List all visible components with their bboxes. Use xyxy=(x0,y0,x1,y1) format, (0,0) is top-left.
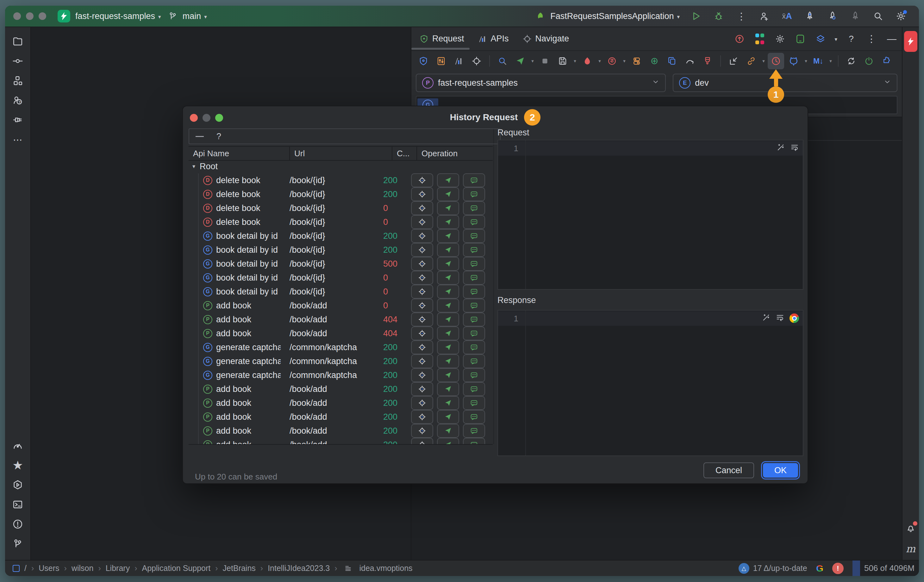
add-user-icon[interactable] xyxy=(757,10,771,23)
git-branch-icon[interactable] xyxy=(10,536,25,551)
table-row[interactable]: P add book /book/add 200 xyxy=(188,424,493,438)
response-editor[interactable]: 1 xyxy=(497,310,804,456)
bar-chart-icon[interactable] xyxy=(450,53,467,69)
memory-indicator[interactable]: 506 of 4096M xyxy=(853,561,919,576)
send-button[interactable] xyxy=(437,340,459,354)
more-tools-icon[interactable]: ⋯ xyxy=(10,132,25,147)
notifications-bell-icon[interactable] xyxy=(905,523,916,534)
send-button[interactable] xyxy=(437,368,459,382)
locate-button[interactable] xyxy=(411,326,433,340)
commit-icon[interactable] xyxy=(10,54,25,68)
table-row[interactable]: P add book /book/add 404 xyxy=(188,326,493,340)
send-button[interactable] xyxy=(437,396,459,410)
locate-icon[interactable] xyxy=(646,53,663,69)
column-code[interactable]: C... xyxy=(393,147,417,160)
maximize-window-button[interactable] xyxy=(39,12,46,20)
message-button[interactable] xyxy=(463,271,485,285)
message-button[interactable] xyxy=(463,313,485,326)
filter-box[interactable]: ? xyxy=(188,129,501,144)
locate-button[interactable] xyxy=(411,410,433,424)
tree-root-row[interactable]: ▾ Root xyxy=(188,160,493,173)
rocket-run-icon[interactable] xyxy=(803,10,817,23)
curve-icon[interactable] xyxy=(681,53,698,69)
table-row[interactable]: P add book /book/add 200 xyxy=(188,396,493,410)
send-button[interactable] xyxy=(437,354,459,368)
table-row[interactable]: D delete book /book/{id} 0 xyxy=(188,201,493,215)
message-button[interactable] xyxy=(463,410,485,424)
send-button[interactable] xyxy=(437,257,459,271)
services-icon[interactable] xyxy=(10,478,25,492)
table-row[interactable]: P add book /book/add 200 xyxy=(188,438,493,445)
table-row[interactable]: P add book /book/add 404 xyxy=(188,313,493,326)
request-editor[interactable]: 1 xyxy=(497,140,804,290)
history-clock-icon[interactable]: 1 xyxy=(768,53,784,69)
breadcrumb-item[interactable]: wilson xyxy=(71,564,93,573)
tab-apis[interactable]: APIs xyxy=(478,34,509,44)
send-button[interactable] xyxy=(437,271,459,285)
locate-button[interactable] xyxy=(411,340,433,354)
send-button[interactable] xyxy=(437,313,459,326)
help-icon[interactable]: ? xyxy=(845,33,858,45)
config-sliders-icon[interactable] xyxy=(433,53,449,69)
locate-button[interactable] xyxy=(411,298,433,313)
cancel-button[interactable]: Cancel xyxy=(703,462,754,478)
tab-navigate[interactable]: Navigate xyxy=(523,34,569,44)
google-icon[interactable]: G xyxy=(816,563,823,574)
send-button[interactable] xyxy=(437,438,459,445)
column-url[interactable]: Url xyxy=(290,147,393,160)
breadcrumb-item[interactable]: Application Support xyxy=(142,564,210,573)
reformat-wand-icon[interactable] xyxy=(762,313,771,323)
ok-button[interactable]: OK xyxy=(763,463,798,478)
message-button[interactable] xyxy=(463,340,485,354)
minimize-icon[interactable]: — xyxy=(885,33,898,45)
run-configuration-selector[interactable]: FastRequestSamplesApplication ▾ xyxy=(534,10,680,23)
send-button[interactable] xyxy=(437,187,459,201)
gear-icon[interactable] xyxy=(774,33,786,45)
send-button[interactable] xyxy=(437,243,459,257)
locate-button[interactable] xyxy=(411,243,433,257)
soft-wrap-icon[interactable] xyxy=(776,313,784,323)
reformat-wand-icon[interactable] xyxy=(776,143,785,153)
soft-wrap-icon[interactable] xyxy=(790,143,799,153)
message-button[interactable] xyxy=(463,396,485,410)
translate-icon[interactable]: x̄A xyxy=(780,10,794,23)
error-notification-icon[interactable]: ! xyxy=(832,563,844,574)
branch-selector[interactable]: main ▾ xyxy=(166,10,207,23)
locate-button[interactable] xyxy=(411,257,433,271)
send-button[interactable] xyxy=(437,410,459,424)
send-button[interactable] xyxy=(437,285,459,298)
swagger-icon[interactable] xyxy=(604,53,620,69)
profiler-meter-icon[interactable] xyxy=(10,439,25,453)
search-icon[interactable] xyxy=(494,53,511,69)
message-button[interactable] xyxy=(463,285,485,298)
bookmarks-star-icon[interactable]: ★ xyxy=(10,458,25,473)
settings-gear-icon[interactable] xyxy=(894,10,908,23)
chevron-down-icon[interactable]: ▾ xyxy=(192,163,195,170)
locate-button[interactable] xyxy=(411,187,433,201)
message-button[interactable] xyxy=(463,257,485,271)
minimize-window-button[interactable] xyxy=(26,12,33,20)
send-button[interactable] xyxy=(437,298,459,313)
fast-request-tool-icon[interactable] xyxy=(904,31,917,52)
message-button[interactable] xyxy=(463,298,485,313)
locate-button[interactable] xyxy=(411,173,433,187)
tab-scrollbar[interactable] xyxy=(411,48,470,49)
problems-icon[interactable] xyxy=(10,517,25,531)
locate-button[interactable] xyxy=(411,201,433,215)
stop-icon[interactable] xyxy=(537,53,553,69)
table-row[interactable]: G book detail by id /book/{id} 0 xyxy=(188,285,493,298)
import-icon[interactable] xyxy=(725,53,742,69)
link-icon[interactable] xyxy=(743,53,759,69)
table-row[interactable]: G generate captcha /common/kaptcha 200 xyxy=(188,368,493,382)
sync-icon[interactable] xyxy=(843,53,860,69)
shield-icon[interactable] xyxy=(415,53,432,69)
message-button[interactable] xyxy=(463,354,485,368)
flame-icon[interactable] xyxy=(579,53,596,69)
copy-icon[interactable] xyxy=(664,53,680,69)
card-toggle-icon[interactable] xyxy=(629,53,645,69)
table-row[interactable]: D delete book /book/{id} 0 xyxy=(188,215,493,229)
debug-button[interactable] xyxy=(712,10,725,23)
locate-button[interactable] xyxy=(411,354,433,368)
table-row[interactable]: G generate captcha /common/kaptcha 200 xyxy=(188,354,493,368)
table-row[interactable]: P add book /book/add 200 xyxy=(188,382,493,396)
